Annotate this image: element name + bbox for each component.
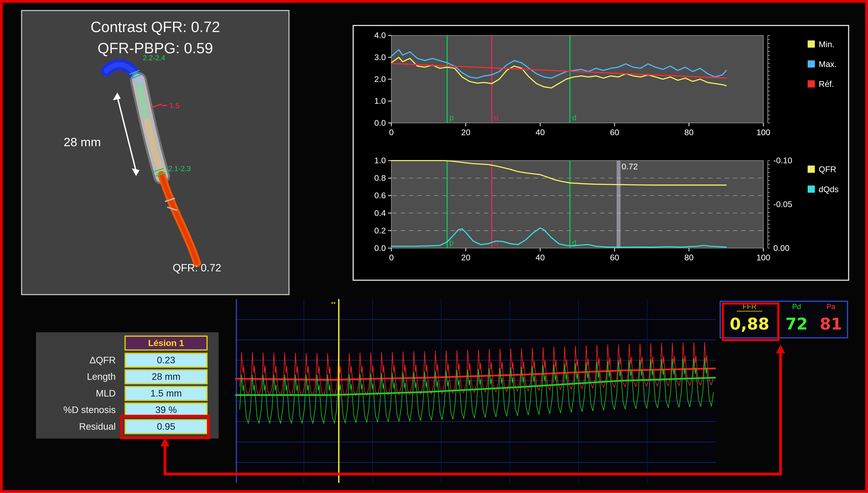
y-tick-label: 0.4: [374, 209, 386, 218]
vessel-3d-render: 28 mm 2.2-2.4 1.5 2.1-2.3 QFR: 0.72: [22, 11, 289, 294]
app-root: Contrast QFR: 0.72 QFR-PBPG: 0.59: [0, 0, 868, 493]
ffr-reading: Pd 72: [778, 302, 815, 337]
legend-label-Max.: Max.: [819, 60, 837, 69]
y-tick-label: 4.0: [374, 31, 386, 40]
segment-marker-label-p: p: [449, 113, 454, 122]
length-measure-line: [117, 97, 136, 172]
ffr-reading-value: 72: [785, 312, 808, 336]
residual-highlight-box: [120, 415, 210, 439]
arrowhead-ffr: [776, 344, 785, 353]
ffr-reading-label: Pd: [792, 302, 801, 312]
distal-diameter-label: 2.1-2.3: [168, 165, 191, 173]
x-tick-label: 100: [756, 128, 771, 137]
x-tick-label: 40: [535, 253, 545, 262]
right-y-tick-label: -0.10: [773, 156, 792, 165]
segment-marker-label-o: o: [494, 113, 498, 122]
lesion-length-label: 28 mm: [64, 135, 101, 149]
legend-label-Réf.: Réf.: [819, 79, 834, 89]
x-tick-label: 60: [610, 128, 619, 137]
vessel-qfr-result: QFR: 0.72: [173, 262, 221, 274]
x-tick-label: 80: [684, 128, 694, 137]
lesion-row-label-mld: MLD: [36, 386, 119, 401]
y-tick-label: 1.0: [374, 96, 386, 106]
y-tick-label: 0.2: [374, 226, 386, 235]
waveform-cursor-glyph: **: [331, 301, 336, 307]
waveform-svg[interactable]: **: [235, 299, 716, 483]
y-tick-label: 3.0: [374, 53, 386, 62]
x-tick-label: 20: [461, 253, 470, 262]
length-arrowhead-bottom: [132, 168, 139, 176]
lesion-row-label-dqfr: ΔQFR: [36, 353, 119, 368]
ffr-reading-label: Pa: [827, 302, 836, 312]
lesion-row-label-length: Length: [36, 369, 119, 384]
x-tick-label: 0: [389, 128, 394, 137]
ffr-highlight-box: [722, 302, 779, 341]
x-tick-label: 80: [684, 253, 694, 262]
legend-label-dQds: dQds: [819, 185, 839, 194]
lesion-row-label-stenosis: %D stenosis: [36, 403, 119, 417]
mld-tick: [152, 104, 167, 107]
x-tick-label: 60: [610, 253, 619, 262]
segment-marker-label-d: d: [572, 113, 577, 122]
y-tick-label: 0.0: [374, 118, 386, 128]
lesion-row-value-dqfr: 0.23: [125, 353, 208, 368]
legend-swatch-Min.: [808, 41, 815, 48]
y-tick-label: 0.0: [374, 243, 386, 253]
analysis-charts[interactable]: pod4.03.02.01.00.0020406080100Min.Max.Ré…: [354, 26, 848, 280]
y-tick-label: 1.0: [374, 156, 386, 165]
x-tick-label: 100: [756, 253, 771, 262]
right-y-tick-label: -0.05: [773, 200, 792, 209]
mld-label: 1.5: [169, 102, 179, 110]
waveform-Pa: [240, 342, 713, 396]
lesion-row-label-residual: Residual: [36, 419, 119, 434]
lesion-row-value-mld: 1.5 mm: [125, 386, 208, 401]
y-tick-label: 2.0: [374, 74, 386, 84]
x-tick-label: 20: [461, 128, 470, 137]
pressure-waveform-panel: **: [235, 299, 716, 483]
analysis-chart-panel: pod4.03.02.01.00.0020406080100Min.Max.Ré…: [353, 25, 849, 281]
lesion-row-value-length: 28 mm: [125, 369, 208, 384]
legend-label-QFR: QFR: [819, 165, 836, 174]
segment-marker-label-o: o: [494, 238, 498, 247]
ffr-reading-value: 81: [820, 312, 842, 336]
legend-label-Min.: Min.: [819, 40, 834, 49]
lesion-tab[interactable]: Lésion 1: [125, 336, 208, 350]
ffr-reading: Pa 81: [815, 302, 847, 337]
y-tick-label: 0.6: [374, 191, 386, 200]
qfr-cursor[interactable]: [617, 160, 621, 248]
vessel-distal-core: [162, 175, 197, 263]
proximal-diameter-label: 2.2-2.4: [143, 54, 165, 62]
length-arrowhead-top: [113, 92, 120, 100]
x-tick-label: 0: [389, 253, 394, 262]
legend-swatch-dQds: [808, 186, 815, 193]
x-tick-label: 40: [535, 128, 545, 137]
legend-swatch-QFR: [808, 166, 815, 173]
right-y-tick-label: 0.00: [773, 243, 789, 253]
legend-swatch-Max.: [808, 60, 815, 68]
legend-swatch-Réf.: [808, 80, 815, 88]
y-tick-label: 0.8: [374, 173, 386, 183]
qfr-cursor-value: 0.72: [622, 162, 638, 171]
vessel-3d-panel: Contrast QFR: 0.72 QFR-PBPG: 0.59: [21, 10, 290, 295]
